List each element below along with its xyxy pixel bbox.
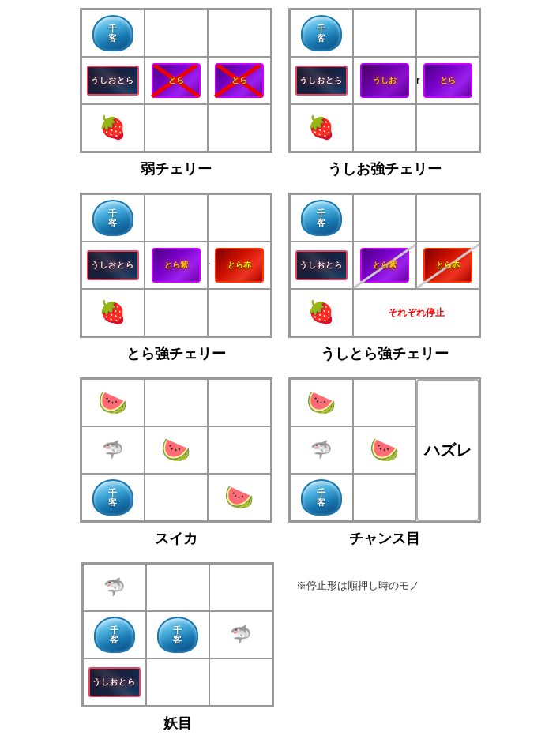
cherry-symbol-uts: 🍓 bbox=[307, 302, 335, 324]
grid-tora-strong-cherry: 千客 うしおとら とら紫 or bbox=[80, 193, 272, 338]
cell-sk-2-1 bbox=[145, 474, 208, 521]
cell-ym-0-1 bbox=[146, 564, 209, 611]
cell-ts-0-2 bbox=[208, 194, 271, 242]
ice-symbol: 千客 bbox=[92, 15, 133, 51]
ice-symbol-ym-2: 千客 bbox=[157, 617, 198, 653]
ice-symbol-ts: 千客 bbox=[92, 200, 133, 236]
cell-uts-1-2: とら赤 bbox=[416, 242, 479, 289]
watermelon-2: 🍉 bbox=[161, 438, 190, 462]
cell-cm-2-0: 千客 bbox=[290, 474, 353, 521]
cell-uts-0-2 bbox=[416, 194, 479, 242]
row-pair-3: 🍉 🦈 🍉 千客 🍉 bbox=[80, 377, 481, 548]
cell-uts-2-0: 🍓 bbox=[290, 289, 353, 336]
label-tora-strong-cherry: とら強チェリー bbox=[126, 344, 226, 363]
cell-ym-0-0: 🦈 bbox=[83, 564, 146, 611]
cell-1-1-x: とら bbox=[145, 57, 208, 104]
cell-ts-2-0: 🍓 bbox=[81, 289, 145, 336]
note-text: ※停止形は順押し時のモノ bbox=[293, 580, 423, 591]
label-chance-me: チャンス目 bbox=[349, 529, 420, 548]
cell-cm-1-0: 🦈 bbox=[290, 426, 353, 474]
row-pair-2: 千客 うしおとら とら紫 or bbox=[80, 193, 481, 363]
cell-cm-0-2: ハズレ bbox=[416, 379, 479, 521]
cell-uts-0-0: 千客 bbox=[290, 194, 353, 242]
note-container: ※停止形は順押し時のモノ bbox=[290, 570, 479, 601]
grid-ushitora-strong-cherry: 千客 うしおとら とら紫 bbox=[288, 193, 481, 338]
cell-cm-2-1 bbox=[353, 474, 416, 521]
section-ushitora-strong-cherry: 千客 うしおとら とら紫 bbox=[288, 193, 481, 363]
grid-ushio-strong-cherry: 千客 うしおとら うしお or bbox=[288, 8, 481, 153]
ushio-symbol: うしおとら bbox=[87, 66, 139, 96]
cell-ym-1-1: 千客 bbox=[146, 611, 209, 658]
or-label-ushio: or bbox=[416, 75, 420, 86]
cell-uts-0-1 bbox=[353, 194, 416, 242]
cell-sk-0-1 bbox=[145, 379, 208, 426]
cherry-symbol: 🍓 bbox=[99, 117, 126, 139]
tora-symbol-x1: とら bbox=[152, 63, 201, 98]
tora-ushio-1: うしお bbox=[360, 63, 409, 98]
fish-symbol-ym: 🦈 bbox=[103, 579, 125, 596]
ushio-symbol-uts: うしおとら bbox=[295, 250, 348, 280]
cell-sk-0-2 bbox=[208, 379, 271, 426]
cell-us-1-0: うしおとら bbox=[290, 57, 353, 104]
label-suika: スイカ bbox=[155, 529, 197, 548]
cell-uts-1-0: うしおとら bbox=[290, 242, 353, 289]
cell-us-1-1: うしお bbox=[353, 57, 416, 104]
label-weak-cherry: 弱チェリー bbox=[141, 159, 212, 178]
tora-symbol-x2: とら bbox=[215, 63, 264, 98]
sorezore-label: それぞれ停止 bbox=[388, 307, 445, 318]
section-ushio-strong-cherry: 千客 うしおとら うしお or bbox=[288, 8, 481, 178]
grid-suika: 🍉 🦈 🍉 千客 🍉 bbox=[80, 377, 272, 523]
note-section: ※停止形は順押し時のモノ bbox=[290, 562, 479, 601]
ice-symbol-ym-1: 千客 bbox=[94, 617, 135, 653]
fish-symbol-sk: 🦈 bbox=[102, 441, 123, 459]
cell-ym-2-0: うしおとら bbox=[83, 658, 146, 706]
row-pair-4: 🦈 千客 千客 🦈 bbox=[81, 562, 479, 733]
cell-1-0: うしおとら bbox=[81, 57, 145, 104]
cell-us-2-2 bbox=[416, 104, 479, 152]
cell-sk-1-1: 🍉 bbox=[145, 426, 208, 474]
cell-uts-1-1: とら紫 bbox=[353, 242, 416, 289]
cell-ts-2-2 bbox=[208, 289, 271, 336]
cell-cm-1-1: 🍉 bbox=[353, 426, 416, 474]
cell-1-2-x: とら bbox=[208, 57, 271, 104]
ice-symbol-uts: 千客 bbox=[301, 200, 342, 236]
cell-cm-0-1 bbox=[353, 379, 416, 426]
section-weak-cherry: 千客 うしおとら とら bbox=[80, 8, 272, 178]
cell-sk-1-0: 🦈 bbox=[81, 426, 145, 474]
section-tora-strong-cherry: 千客 うしおとら とら紫 or bbox=[80, 193, 272, 363]
ushio-symbol-ym: うしおとら bbox=[88, 667, 141, 697]
section-suika: 🍉 🦈 🍉 千客 🍉 bbox=[80, 377, 272, 548]
page-container: 千客 うしおとら とら bbox=[8, 8, 552, 733]
cherry-symbol-us: 🍓 bbox=[307, 117, 335, 139]
cell-ts-0-0: 千客 bbox=[81, 194, 145, 242]
cell-ym-2-2 bbox=[209, 658, 272, 706]
cell-sk-2-0: 千客 bbox=[81, 474, 145, 521]
cell-ym-0-2 bbox=[209, 564, 272, 611]
cell-ts-1-2: or とら赤 bbox=[208, 242, 271, 289]
cell-us-2-1 bbox=[353, 104, 416, 152]
cell-us-0-2 bbox=[416, 9, 479, 57]
cell-ts-1-0: うしおとら bbox=[81, 242, 145, 289]
or-label-tora: or bbox=[208, 260, 210, 271]
label-youkai-me: 妖目 bbox=[163, 714, 192, 733]
watermelon-cm-1: 🍉 bbox=[306, 391, 336, 415]
cell-2-0: 🍓 bbox=[81, 104, 145, 152]
watermelon-3: 🍉 bbox=[224, 486, 254, 509]
cell-ym-1-2: 🦈 bbox=[209, 611, 272, 658]
cell-sk-2-2: 🍉 bbox=[208, 474, 271, 521]
cell-uts-2-1: それぞれ停止 bbox=[353, 289, 479, 336]
hazure-box: ハズレ bbox=[424, 430, 472, 470]
tora-uts-2: とら赤 bbox=[423, 248, 472, 283]
cell-ym-2-1 bbox=[146, 658, 209, 706]
tora-uts-1: とら紫 bbox=[360, 248, 409, 283]
ushio-symbol-ts: うしおとら bbox=[87, 250, 139, 280]
fish-symbol-ym-2: 🦈 bbox=[230, 626, 251, 643]
cell-2-2 bbox=[208, 104, 271, 152]
grid-youkai-me: 🦈 千客 千客 🦈 bbox=[81, 562, 274, 707]
cell-0-0: 千客 bbox=[81, 9, 145, 57]
grid-weak-cherry: 千客 うしおとら とら bbox=[80, 8, 272, 153]
ice-symbol-sk: 千客 bbox=[92, 479, 133, 516]
row-pair-1: 千客 うしおとら とら bbox=[80, 8, 481, 178]
tora-ts-2: とら赤 bbox=[215, 248, 264, 283]
cell-ts-1-1: とら紫 bbox=[145, 242, 208, 289]
